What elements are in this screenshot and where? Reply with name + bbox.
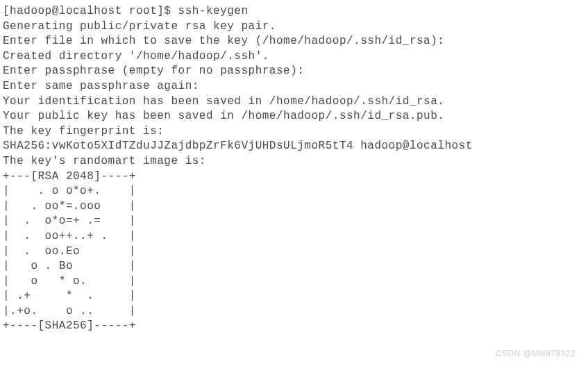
randomart-line: +----[SHA256]-----+ <box>3 319 585 334</box>
randomart-line: | . o*o=+ .= | <box>3 214 585 229</box>
output-line: Created directory '/home/hadoop/.ssh'. <box>3 49 585 65</box>
randomart-line: | . o o*o+. | <box>3 184 585 199</box>
randomart-line: | .+ * . | <box>3 289 585 304</box>
output-line: Enter file in which to save the key (/ho… <box>3 34 585 49</box>
randomart-line: | . oo.Eo | <box>3 244 585 260</box>
terminal-output: [hadoop@localhost root]$ ssh-keygen Gene… <box>3 4 585 334</box>
randomart-line: | o * o. | <box>3 274 585 290</box>
output-line: Enter same passphrase again: <box>3 79 585 94</box>
randomart-line: | o . Bo | <box>3 259 585 274</box>
randomart-line: | . oo*=.ooo | <box>3 199 585 215</box>
output-line: Generating public/private rsa key pair. <box>3 19 585 35</box>
randomart-line: | . oo++..+ . | <box>3 229 585 244</box>
output-line: Your identification has been saved in /h… <box>3 94 585 110</box>
output-line: SHA256:vwKoto5XIdTZduJJZajdbpZrFk6VjUHDs… <box>3 139 585 154</box>
output-line: Enter passphrase (empty for no passphras… <box>3 64 585 79</box>
output-line: Your public key has been saved in /home/… <box>3 109 585 124</box>
randomart-line: +---[RSA 2048]----+ <box>3 169 585 185</box>
prompt-line: [hadoop@localhost root]$ ssh-keygen <box>3 4 585 19</box>
randomart-line: |.+o. o .. | <box>3 304 585 319</box>
watermark-text: CSDN @MN979323 <box>496 348 576 359</box>
output-line: The key fingerprint is: <box>3 124 585 140</box>
output-line: The key's randomart image is: <box>3 154 585 169</box>
